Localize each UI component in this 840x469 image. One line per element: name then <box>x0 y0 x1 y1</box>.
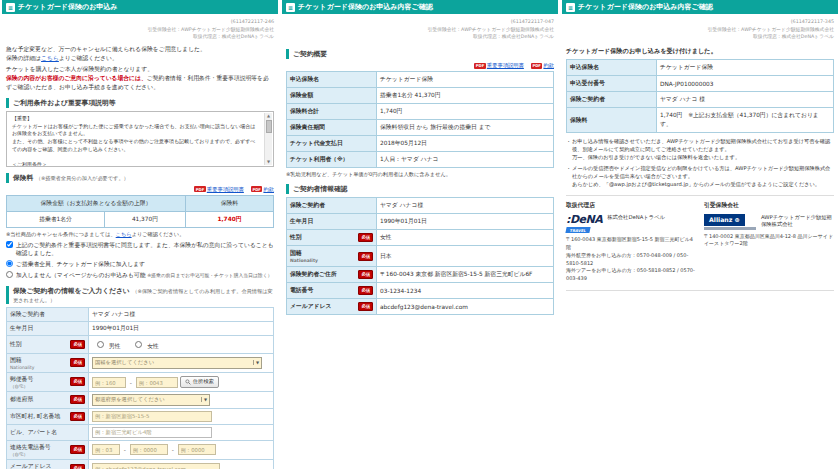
zip2-input[interactable] <box>136 377 178 388</box>
table-row: 性別必須 女性 <box>287 230 554 246</box>
table-row: 電話番号必須 03-1234-1234 <box>287 283 554 299</box>
table-row: メールアドレス（半角英数字）必須 <box>7 459 274 469</box>
required-badge: 必須 <box>358 270 373 279</box>
required-badge: 必須 <box>70 464 85 469</box>
phone3-input[interactable] <box>178 444 216 455</box>
required-badge: 必須 <box>70 445 85 454</box>
important-matters-link[interactable]: PDF重要事項説明書 <box>474 62 524 69</box>
required-badge: 必須 <box>358 302 373 311</box>
scroll-down-icon[interactable]: ▼ <box>267 159 270 165</box>
chevron-down-icon: ▼ <box>253 360 259 365</box>
allianz-logo: Allianz ⊕ <box>704 214 756 229</box>
nationality-select[interactable]: 国籍を選択してください▼ <box>92 357 262 369</box>
table-row: 連絡先電話番号（自宅）必須 - - <box>7 440 274 459</box>
premium-amount-cell: 1,740円 <box>185 211 273 227</box>
table-row: 保険責任期間保険料領収日 から 旅行最後の搭乗日 まで <box>287 120 554 136</box>
required-badge: 必須 <box>70 340 85 349</box>
allianz-mark-icon: ⊕ <box>735 216 740 223</box>
building-input[interactable] <box>92 427 212 438</box>
table-row: 郵便番号（自宅）必須 - 住所検索 <box>7 372 274 391</box>
phone2-input[interactable] <box>130 444 168 455</box>
decline-radio-row: 加入しません（マイページからのお申込みも可能 ※搭乗の前日までお申込可能・チケッ… <box>6 271 274 280</box>
panel-confirmation: ≡ チケットガード保険のお申込み内容ご確認 (6114722117-047 引受… <box>280 0 560 469</box>
important-matters-link[interactable]: PDF重要事項説明書 <box>194 186 244 193</box>
reference-number: (6114722117-047 <box>286 18 554 26</box>
dash: - <box>172 447 174 453</box>
agent-column: 取扱代理店 :DeNA TRAVEL 株式会社DeNAトラベル 〒160-004… <box>566 201 696 283</box>
contract-summary-table: 申込保険名チケットガード保険 保険金額搭乗者1名分 41,370円 保険料合計1… <box>286 71 554 168</box>
agree-label: 上記のご契約条件と重要事項説明書等に同意します。また、本保険が私の意向に沿ってい… <box>16 241 274 257</box>
scrollbar-thumb[interactable] <box>266 120 272 133</box>
scroll-up-icon[interactable]: ▲ <box>267 113 270 119</box>
terms-scrollbox[interactable]: 【重要】 チケットガードはお客様がご予約した便にご搭乗できなかった場合でも、お支… <box>6 111 274 167</box>
premium-table: 保険金額（お支払対象となる金額の上限） 保険料 搭乗者1名分 41,370円 1… <box>6 195 274 228</box>
policy-clauses-link[interactable]: PDF約款 <box>251 186 274 193</box>
phone1-input[interactable] <box>92 444 120 455</box>
scrollbar[interactable]: ▲ ▼ <box>264 113 272 165</box>
prefecture-select[interactable]: 都道府県を選択してください▼ <box>92 394 210 406</box>
reference-number: (6114722117-345 <box>566 18 834 26</box>
city-input[interactable] <box>92 411 212 422</box>
city-label: 市区町村, 町名番地必須 <box>7 408 89 424</box>
email-value <box>89 459 274 469</box>
table-row: 保険契約者ご住所必須 〒160-0043 東京都 新宿区新宿5-15-5 新宿三… <box>287 267 554 283</box>
agree-checkbox[interactable] <box>6 241 13 248</box>
required-badge: 必須 <box>358 252 373 261</box>
zip-label: 郵便番号（自宅）必須 <box>7 372 89 391</box>
birthdate-value: 1990年01月01日 <box>89 321 274 335</box>
table-row: 申込保険名チケットガード保険 <box>287 72 554 88</box>
table-row: 国籍Nationality必須 国籍を選択してください▼ <box>7 353 274 372</box>
panel-application: ≡ チケットガード保険のお申込み (6114722117-246 引受保険会社：… <box>0 0 280 469</box>
table-row: 保険料合計1,740円 <box>287 104 554 120</box>
intro-paragraph-1: 急な予定変更など、万一のキャンセルに備えられる保険をご用意しました。 保険の詳細… <box>6 45 274 63</box>
panel1-header: ≡ チケットガード保険のお申込み <box>2 0 278 14</box>
email-field[interactable] <box>92 463 220 469</box>
premium-section-note: （※搭乗者全員分の加入が必要です。） <box>36 175 129 181</box>
prefecture-label: 都道府県必須 <box>7 391 89 408</box>
dena-logo: :DeNA TRAVEL <box>566 214 602 233</box>
gender-female-option[interactable]: 女性 <box>130 343 158 349</box>
zip1-input[interactable] <box>92 377 126 388</box>
male-radio[interactable] <box>97 341 104 348</box>
required-badge: 必須 <box>70 412 85 421</box>
table-row: 保険ご契約者ヤマダ ハナコ 様 <box>567 92 834 108</box>
cancel-policy-link[interactable]: こちら <box>116 231 132 237</box>
address-search-button[interactable]: 住所検索 <box>180 376 219 388</box>
document-links: PDF重要事項説明書 PDF約款 <box>6 186 274 193</box>
gender-male-option[interactable]: 男性 <box>92 343 120 349</box>
insurer-line: 引受保険会社：AWPチケットガード少額短期保険株式会社 <box>286 26 554 34</box>
city-value <box>89 408 274 424</box>
required-badge: 必須 <box>70 377 85 386</box>
contractor-form-title: 保険ご契約者の情報をご入力ください （※保険ご契約者情報としてのみ利用します。会… <box>6 286 274 304</box>
contractor-confirm-title: ご契約者情報確認 <box>286 184 554 194</box>
insurer-heading: 引受保険会社 <box>704 201 834 210</box>
join-radio-row: ご搭乗者全員、チケットガード保険に加入します <box>6 260 274 268</box>
receipt-table: 申込保険名チケットガード保険 申込受付番号DNA-JP010000003 保険ご… <box>566 59 834 133</box>
decline-radio[interactable] <box>6 271 13 278</box>
notice-item: お申し込み情報を確認させていただき、AWPチケットガード少額短期保険株式会社にて… <box>566 137 834 161</box>
premium-table-header-amount: 保険金額（お支払対象となる金額の上限） <box>7 195 186 211</box>
pdf-icon: PDF <box>194 186 206 192</box>
table-row: 都道府県必須 都道府県を選択してください▼ <box>7 391 274 408</box>
nationality-value: 国籍を選択してください▼ <box>89 353 274 372</box>
female-radio[interactable] <box>135 341 142 348</box>
panel3-header: ≡ チケットガード保険のお申込み内容ご確認 <box>562 0 838 14</box>
policy-clauses-link[interactable]: PDF約款 <box>531 62 554 69</box>
panel2-reference-block: (6114722117-047 引受保険会社：AWPチケットガード少額短期保険株… <box>282 14 558 43</box>
table-row: 保険金額搭乗者1名分 41,370円 <box>287 88 554 104</box>
join-radio[interactable] <box>6 260 13 267</box>
zip-value: - 住所検索 <box>89 372 274 391</box>
pdf-icon: PDF <box>474 63 486 69</box>
agree-checkbox-row: 上記のご契約条件と重要事項説明書等に同意します。また、本保険が私の意向に沿ってい… <box>6 241 274 257</box>
pdf-icon: PDF <box>251 186 263 192</box>
table-row: 生年月日1990年01月01日 <box>287 214 554 230</box>
notice-item: メールの受信拒否やドメイン指定受信などの制限をかけている方は、AWPチケットガー… <box>566 164 834 188</box>
panel2-title: チケットガード保険のお申込み内容ご確認 <box>298 2 433 12</box>
insurer-line: 引受保険会社：AWPチケットガード少額短期保険株式会社 <box>566 26 834 34</box>
dena-travel-sublogo: TRAVEL <box>565 227 590 233</box>
nationality-label: 国籍Nationality必須 <box>7 353 89 372</box>
birthdate-label: 生年月日 <box>7 321 89 335</box>
insurer-address-block: 〒140-0002 東京都品川区東品川4-12-8 品川シーサイドイーストタワー… <box>704 233 834 249</box>
details-link[interactable]: こちら <box>41 55 59 61</box>
terms-section-title: ご利用条件および重要事項説明等 <box>6 98 274 108</box>
